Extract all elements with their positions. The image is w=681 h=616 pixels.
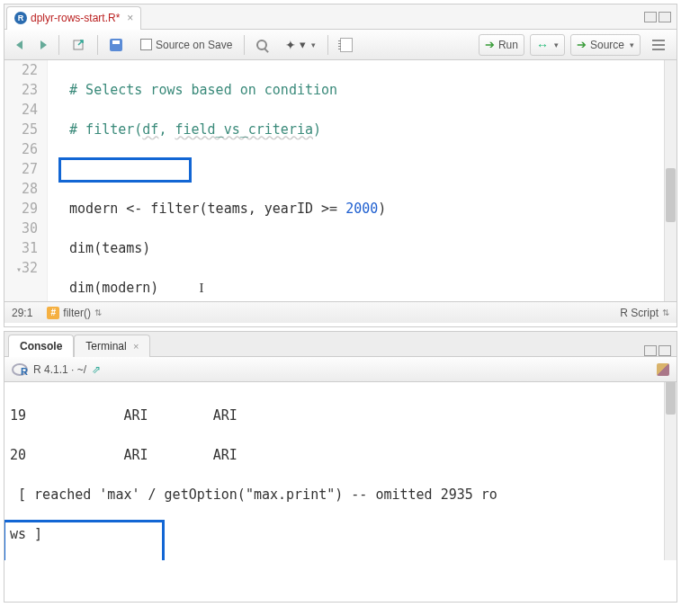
r-logo-icon	[12, 363, 28, 376]
source-on-save-toggle[interactable]: Source on Save	[134, 34, 238, 56]
compile-report-button[interactable]	[334, 34, 359, 56]
r-version-label: R 4.1.1 · ~/	[33, 363, 86, 376]
editor-tab-bar: R dplyr-rows-start.R* ×	[4, 4, 677, 30]
maximize-pane-icon[interactable]	[659, 345, 671, 356]
popout-icon	[71, 38, 85, 52]
minimize-pane-icon[interactable]	[644, 12, 657, 22]
r-file-icon: R	[14, 12, 27, 24]
editor-pane: R dplyr-rows-start.R* × Source on Save ✦…	[4, 4, 677, 327]
highlight-annotation	[4, 520, 165, 560]
editor-toolbar: Source on Save ✦▾▾ ➔ Run ↔▾ ➔ Source ▾	[4, 30, 677, 60]
back-button[interactable]	[10, 34, 29, 56]
console-tab-bar: Console Terminal ×	[4, 332, 677, 357]
console-pane: Console Terminal × R 4.1.1 · ~/ ⇗ 19 ARI…	[4, 331, 677, 603]
rerun-icon: ↔	[536, 38, 549, 52]
highlight-annotation	[58, 157, 192, 183]
tab-terminal[interactable]: Terminal ×	[74, 335, 150, 357]
popout-icon[interactable]: ⇗	[92, 363, 101, 376]
tab-console[interactable]: Console	[8, 335, 74, 357]
close-icon[interactable]: ×	[133, 341, 139, 352]
wand-icon: ✦	[285, 38, 296, 52]
code-editor[interactable]: 22 23 24 25 26 27 28 29 30 31 ▾32 # Sele…	[4, 60, 677, 301]
file-tab[interactable]: R dplyr-rows-start.R* ×	[6, 6, 141, 30]
console-output[interactable]: 19 ARI ARI 20 ARI ARI [ reached 'max' / …	[4, 382, 677, 560]
cursor-position: 29:1	[12, 307, 32, 319]
outline-button[interactable]	[646, 34, 671, 56]
window-controls	[644, 345, 671, 356]
rerun-button[interactable]: ↔▾	[530, 34, 565, 56]
run-label: Run	[498, 39, 518, 51]
source-label: Source	[590, 39, 624, 51]
maximize-pane-icon[interactable]	[659, 12, 671, 22]
source-arrow-icon: ➔	[577, 38, 587, 51]
minimize-pane-icon[interactable]	[644, 345, 657, 356]
save-icon	[110, 39, 122, 51]
file-name: dplyr-rows-start.R*	[31, 12, 120, 24]
checkbox-icon	[140, 39, 152, 50]
window-controls	[644, 12, 671, 22]
arrow-left-icon	[16, 40, 22, 49]
close-icon[interactable]: ×	[127, 12, 133, 24]
fold-icon[interactable]: ▾	[13, 260, 22, 280]
line-gutter: 22 23 24 25 26 27 28 29 30 31 ▾32	[4, 60, 48, 301]
console-toolbar: R 4.1.1 · ~/ ⇗	[4, 357, 677, 382]
broom-icon[interactable]	[657, 363, 669, 376]
source-on-save-label: Source on Save	[156, 39, 232, 51]
notebook-icon	[340, 38, 353, 52]
console-scrollbar[interactable]	[664, 382, 677, 560]
forward-button[interactable]	[34, 34, 53, 56]
arrow-right-icon	[40, 40, 47, 49]
run-button[interactable]: ➔ Run	[479, 34, 524, 56]
editor-scrollbar[interactable]	[664, 60, 677, 301]
outline-icon	[652, 40, 665, 50]
save-button[interactable]	[103, 34, 129, 56]
search-icon	[256, 40, 267, 50]
source-button[interactable]: ➔ Source ▾	[570, 34, 641, 56]
code-area[interactable]: # Selects rows based on condition # filt…	[48, 60, 677, 301]
find-button[interactable]	[250, 34, 273, 56]
code-tools-button[interactable]: ✦▾▾	[279, 34, 322, 56]
show-in-new-window-button[interactable]	[65, 34, 92, 56]
run-arrow-icon: ➔	[485, 38, 495, 51]
